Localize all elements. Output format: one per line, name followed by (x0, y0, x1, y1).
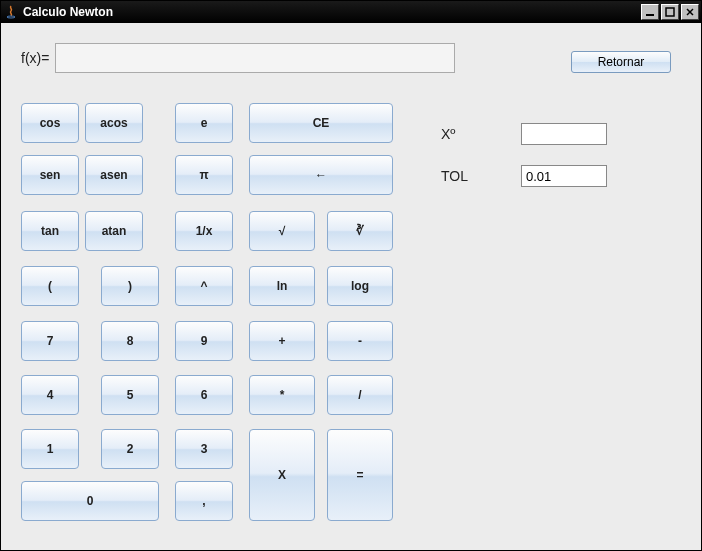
minimize-button[interactable] (641, 4, 659, 20)
lparen-button[interactable]: ( (21, 266, 79, 306)
pi-button[interactable]: π (175, 155, 233, 195)
digit-9-button[interactable]: 9 (175, 321, 233, 361)
digit-3-button[interactable]: 3 (175, 429, 233, 469)
var-x-button[interactable]: X (249, 429, 315, 521)
titlebar: Calculo Newton (1, 1, 701, 23)
cos-button[interactable]: cos (21, 103, 79, 143)
tol-label: TOL (441, 168, 521, 184)
fx-input[interactable] (55, 43, 455, 73)
sqrt-button[interactable]: √ (249, 211, 315, 251)
acos-button[interactable]: acos (85, 103, 143, 143)
svg-point-0 (7, 16, 15, 18)
multiply-button[interactable]: * (249, 375, 315, 415)
cbrt-button[interactable]: ∛ (327, 211, 393, 251)
java-icon (3, 4, 19, 20)
x0-input[interactable] (521, 123, 607, 145)
minus-button[interactable]: - (327, 321, 393, 361)
asen-button[interactable]: asen (85, 155, 143, 195)
maximize-button[interactable] (661, 4, 679, 20)
x0-label: Xº (441, 126, 521, 142)
digit-5-button[interactable]: 5 (101, 375, 159, 415)
svg-rect-1 (646, 14, 654, 16)
ln-button[interactable]: ln (249, 266, 315, 306)
close-button[interactable] (681, 4, 699, 20)
tol-input[interactable] (521, 165, 607, 187)
atan-button[interactable]: atan (85, 211, 143, 251)
equals-button[interactable]: = (327, 429, 393, 521)
ce-button[interactable]: CE (249, 103, 393, 143)
digit-7-button[interactable]: 7 (21, 321, 79, 361)
e-button[interactable]: e (175, 103, 233, 143)
retornar-button[interactable]: Retornar (571, 51, 671, 73)
digit-1-button[interactable]: 1 (21, 429, 79, 469)
digit-2-button[interactable]: 2 (101, 429, 159, 469)
power-button[interactable]: ^ (175, 266, 233, 306)
fx-label: f(x)= (21, 50, 49, 66)
divide-button[interactable]: / (327, 375, 393, 415)
digit-6-button[interactable]: 6 (175, 375, 233, 415)
digit-4-button[interactable]: 4 (21, 375, 79, 415)
content-area: f(x)= Retornar Xº TOL cos acos e CE sen … (1, 23, 701, 550)
tan-button[interactable]: tan (21, 211, 79, 251)
log-button[interactable]: log (327, 266, 393, 306)
digit-0-button[interactable]: 0 (21, 481, 159, 521)
digit-8-button[interactable]: 8 (101, 321, 159, 361)
sen-button[interactable]: sen (21, 155, 79, 195)
comma-button[interactable]: , (175, 481, 233, 521)
reciprocal-button[interactable]: 1/x (175, 211, 233, 251)
svg-rect-2 (666, 8, 674, 16)
rparen-button[interactable]: ) (101, 266, 159, 306)
window-title: Calculo Newton (23, 5, 113, 19)
backspace-button[interactable]: ← (249, 155, 393, 195)
plus-button[interactable]: + (249, 321, 315, 361)
